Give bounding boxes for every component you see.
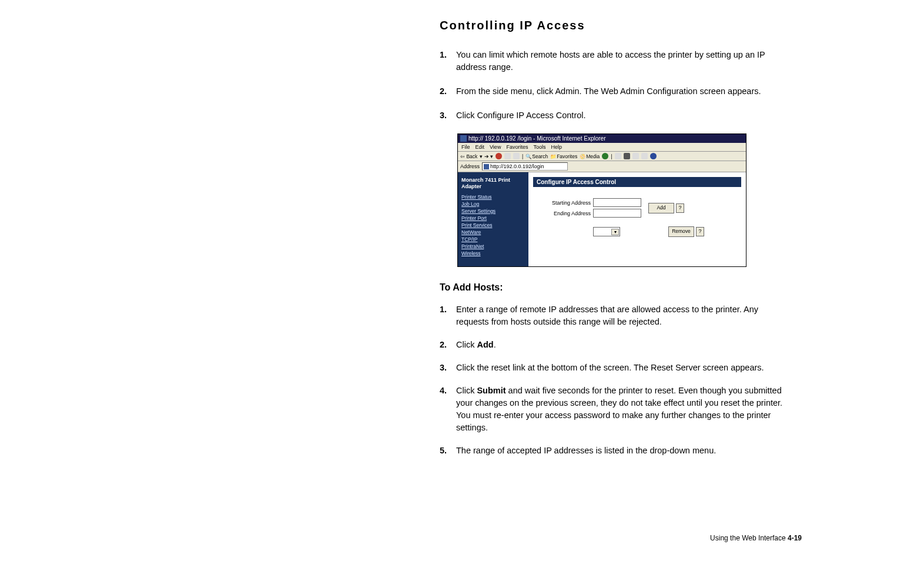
step-item: 1.Enter a range of remote IP addresses t… [440,303,792,328]
page-heading: Controlling IP Access [440,19,792,32]
item-number: 2. [440,85,456,98]
web-content-area: Monarch 7411 Print Adapter Printer Statu… [458,172,746,266]
menu-view[interactable]: View [490,144,501,150]
subheading: To Add Hosts: [440,282,792,293]
ending-address-input[interactable] [593,209,641,218]
ie-menu-bar: FileEditViewFavoritesToolsHelp [458,143,746,152]
sidebar-links: Printer StatusJob LogServer SettingsPrin… [461,194,525,256]
footer-page-number: 4-19 [788,534,802,542]
ie-icon [460,135,467,142]
intro-item: 3.Click Configure IP Access Control. [440,109,792,122]
page-footer: Using the Web Interface 4-19 [710,534,802,542]
menu-tools[interactable]: Tools [533,144,545,150]
history-icon[interactable] [602,153,608,159]
step-item: 2.Click Add. [440,339,792,351]
steps-list: 1.Enter a range of remote IP addresses t… [440,303,792,457]
starting-address-input[interactable] [593,198,641,207]
sidebar-link[interactable]: PrintraNet [461,243,525,249]
toolbar-sep: ▾ ➔ ▾ [480,153,493,159]
intro-item: 1.You can limit which remote hosts are a… [440,49,792,74]
ie-address-bar: Address http://192.0.0.192/login [458,161,746,172]
toolbar-sep3: | [611,153,612,159]
step-text: Click the reset link at the bottom of th… [456,362,792,374]
item-text: From the side menu, click Admin. The Web… [456,85,792,98]
sidebar-link[interactable]: Wireless [461,251,525,256]
sidebar-link[interactable]: Print Services [461,222,525,228]
sidebar-link[interactable]: Printer Status [461,194,525,200]
step-item: 5.The range of accepted IP addresses is … [440,445,792,457]
address-field[interactable]: http://192.0.0.192/login [482,162,568,171]
ending-address-label: Ending Address [545,211,591,216]
menu-file[interactable]: File [461,144,470,150]
refresh-icon[interactable] [504,153,511,159]
step-text: The range of accepted IP addresses is li… [456,445,792,457]
sidebar-link[interactable]: Server Settings [461,208,525,214]
address-label: Address [460,163,480,169]
print-icon[interactable] [624,153,630,159]
intro-list: 1.You can limit which remote hosts are a… [440,49,792,122]
home-icon[interactable] [513,153,520,159]
mail-icon[interactable] [615,153,621,159]
sidebar-link[interactable]: Job Log [461,201,525,207]
sidebar-title: Monarch 7411 Print Adapter [461,177,525,191]
menu-help[interactable]: Help [551,144,562,150]
pane-header: Configure IP Access Control [533,177,741,187]
menu-edit[interactable]: Edit [476,144,485,150]
step-number: 4. [440,385,456,434]
footer-text: Using the Web Interface [710,534,788,542]
step-number: 5. [440,445,456,457]
intro-item: 2.From the side menu, click Admin. The W… [440,85,792,98]
step-text: Click Submit and wait five seconds for t… [456,385,792,434]
ie-toolbar: ⇦ Back ▾ ➔ ▾ | 🔍Search 📁Favorites 📀Media… [458,152,746,161]
back-label[interactable]: ⇦ Back [460,153,477,159]
edit-icon[interactable] [632,153,639,159]
step-text: Enter a range of remote IP addresses tha… [456,303,792,328]
step-number: 1. [440,303,456,328]
page-icon [484,164,489,169]
item-text: You can limit which remote hosts are abl… [456,49,792,74]
add-button[interactable]: Add [648,203,674,213]
remove-button[interactable]: Remove [668,226,694,237]
item-number: 1. [440,49,456,74]
toolbar-sep2: | [522,153,523,159]
media-label[interactable]: 📀Media [580,153,600,159]
step-item: 4.Click Submit and wait five seconds for… [440,385,792,434]
step-number: 3. [440,362,456,374]
admin-sidebar: Monarch 7411 Print Adapter Printer Statu… [458,172,528,266]
sidebar-link[interactable]: Printer Port [461,215,525,221]
ip-range-select[interactable]: ▾ [593,227,620,236]
ip-access-form: Starting Address Ending Address Add ? [545,196,729,237]
add-help-button[interactable]: ? [676,203,684,213]
browser-screenshot: http:// 192.0.0.192 /login - Microsoft I… [457,133,746,267]
ie-title-bar: http:// 192.0.0.192 /login - Microsoft I… [458,134,746,143]
msn-icon[interactable] [650,153,657,159]
item-number: 3. [440,109,456,122]
stop-icon[interactable] [496,153,502,159]
search-label[interactable]: 🔍Search [525,153,548,159]
sidebar-link[interactable]: NetWare [461,229,525,235]
sidebar-link[interactable]: TCP/IP [461,236,525,242]
remove-help-button[interactable]: ? [696,227,704,236]
step-item: 3.Click the reset link at the bottom of … [440,362,792,374]
favorites-label[interactable]: 📁Favorites [550,153,577,159]
ie-title-text: http:// 192.0.0.192 /login - Microsoft I… [468,135,605,142]
step-text: Click Add. [456,339,792,351]
discuss-icon[interactable] [641,153,648,159]
menu-favorites[interactable]: Favorites [506,144,528,150]
admin-main-pane: Configure IP Access Control Starting Add… [528,172,746,266]
starting-address-label: Starting Address [545,200,591,206]
step-number: 2. [440,339,456,351]
item-text: Click Configure IP Access Control. [456,109,792,122]
